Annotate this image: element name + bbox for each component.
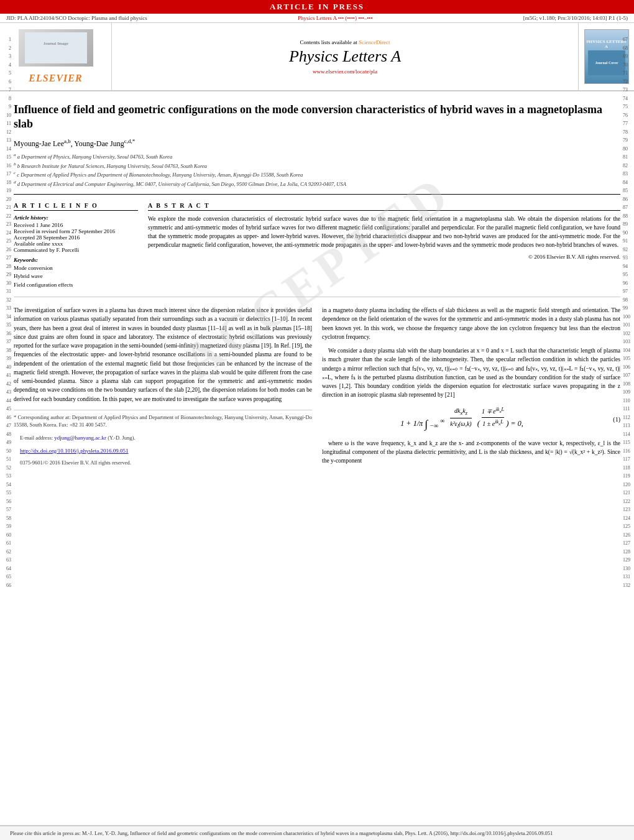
contents-text: Contents lists available at ScienceDirec… <box>300 39 390 45</box>
affiliations: a a Department of Physics, Hanyang Unive… <box>14 152 620 188</box>
journal-center: Contents lists available at ScienceDirec… <box>112 23 578 90</box>
line-numbers-right: 676869707172 737475767778 798081828384 8… <box>623 34 634 589</box>
main-content: ACCEPTED Influence of field and geometri… <box>14 91 620 472</box>
article-info-heading: A R T I C L E I N F O <box>14 202 138 211</box>
online-date: Available online xxxx <box>14 241 138 247</box>
body-right-para-1: in a magneto dusty plasma including the … <box>322 306 620 341</box>
email-address: E-mail address: ydjung@hanyang.ac.kr (Y.… <box>14 434 312 442</box>
citation-bar: Please cite this article in press as: M.… <box>0 825 634 840</box>
article-info: A R T I C L E I N F O Article history: R… <box>14 202 138 290</box>
body-left-para-1: The investigation of surface waves in a … <box>14 306 312 404</box>
equation-block: 1 + 1/π ∫ −∞ ∞ dkxkz k²εl(ω,k) ( 1 ∓ eik… <box>322 406 620 433</box>
body-left-column: The investigation of surface waves in a … <box>14 306 312 472</box>
revised-date: Received in revised form 27 September 20… <box>14 228 138 234</box>
abstract-heading: A B S T R A C T <box>148 202 620 211</box>
issn-text: 0375-9601/© 2016 Elsevier B.V. All right… <box>14 459 312 467</box>
journal-url: www.elsevier.com/locate/pla <box>313 68 377 75</box>
accepted-date: Accepted 28 September 2016 <box>14 234 138 241</box>
communicated-by: Communicated by F. Porcelli <box>14 247 138 253</box>
email-link[interactable]: ydjung@hanyang.ac.kr <box>54 435 106 441</box>
body-columns: The investigation of surface waves in a … <box>14 297 620 472</box>
banner-text: ARTICLE IN PRESS <box>270 2 364 11</box>
svg-text:Journal Cover: Journal Cover <box>595 61 618 65</box>
line-numbers-left: 123456 789101112 131415161718 1920212223… <box>0 34 11 589</box>
footnotes: * Corresponding author at: Department of… <box>14 410 312 467</box>
svg-text:Journal Image: Journal Image <box>44 41 68 46</box>
keywords-list: Mode conversion Hybrid wave Field config… <box>14 264 138 290</box>
affiliation-a: a a Department of Physics, Hanyang Unive… <box>14 152 620 161</box>
affiliation-c: c c Department of Applied Physics and De… <box>14 170 620 179</box>
journal-header: Journal Image ELSEVIER Contents lists av… <box>0 23 634 91</box>
meta-bar: JID: PLA AID:24104/SCO Doctopic: Plasma … <box>0 14 634 23</box>
journal-badge: PHYSICS LETTERS A Journal Cover <box>584 29 629 84</box>
corresponding-author: * Corresponding author at: Department of… <box>14 414 312 429</box>
equation-number: (1) <box>602 415 620 424</box>
body-right-column: in a magneto dusty plasma including the … <box>322 306 620 472</box>
citation-text: Please cite this article in press as: M.… <box>10 830 553 836</box>
doi-anchor[interactable]: http://dx.doi.org/10.1016/j.physleta.201… <box>20 448 129 454</box>
article-title-section: Influence of field and geometric configu… <box>14 94 620 195</box>
svg-rect-0 <box>25 32 87 63</box>
journal-link-top: Physics Letters A ••• (••••) •••–••• <box>298 15 373 21</box>
affiliation-d: d d Department of Electrical and Compute… <box>14 180 620 188</box>
received-date: Received 1 June 2016 <box>14 222 138 228</box>
journal-left: Journal Image ELSEVIER <box>0 23 112 90</box>
body-after-equation: where ω is the wave frequency, k_x and k… <box>322 439 620 466</box>
article-history-label: Article history: <box>14 215 138 221</box>
article-title: Influence of field and geometric configu… <box>14 103 620 132</box>
elsevier-logo: ELSEVIER <box>29 73 82 84</box>
doi-link-text: http://dx.doi.org/10.1016/j.physleta.201… <box>14 447 312 455</box>
abstract-text: We explore the mode conversion character… <box>148 215 620 250</box>
equation-formula: 1 + 1/π ∫ −∞ ∞ dkxkz k²εl(ω,k) ( 1 ∓ eik… <box>322 406 602 433</box>
journal-title: Physics Letters A <box>289 47 401 66</box>
meta-jid: JID: PLA AID:24104/SCO Doctopic: Plasma … <box>6 15 147 21</box>
copyright: © 2016 Elsevier B.V. All rights reserved… <box>148 254 620 260</box>
meta-version: [m5G; v1.180; Prn:3/10/2016; 14:03] P.1 … <box>523 15 628 21</box>
journal-logo-placeholder: Journal Image <box>19 29 93 67</box>
keywords-label: Keywords: <box>14 257 138 263</box>
abstract-section: A B S T R A C T We explore the mode conv… <box>148 202 620 290</box>
info-abstract-section: A R T I C L E I N F O Article history: R… <box>14 195 620 298</box>
body-right-para-2: We consider a dusty plasma slab with the… <box>322 346 620 400</box>
authors: Myoung-Jae Leea,b, Young-Dae Jungc,d,* <box>14 138 620 149</box>
article-in-press-banner: ARTICLE IN PRESS <box>0 0 634 14</box>
affiliation-b: b b Research Institute for Natural Scien… <box>14 162 620 170</box>
